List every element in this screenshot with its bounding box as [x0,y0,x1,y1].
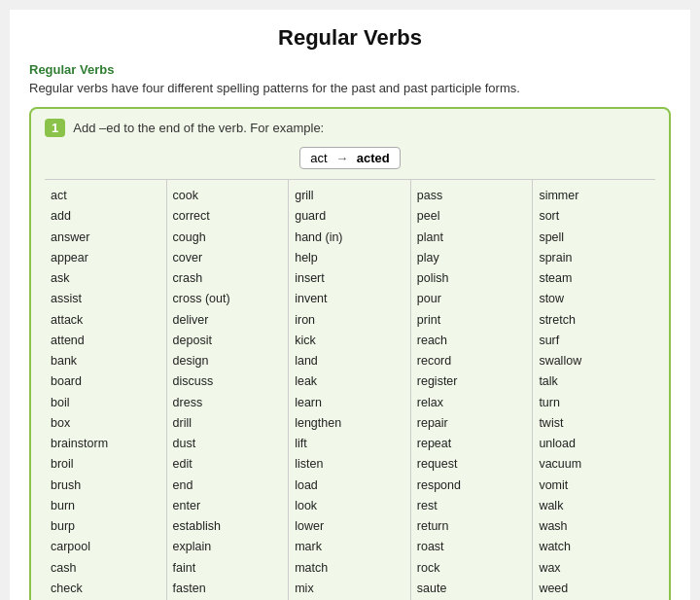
word-item: cover [173,248,283,268]
word-item: wax [539,558,649,579]
word-item: hand (in) [295,228,404,248]
word-column-1: actaddanswerappearaskassistattackattendb… [45,180,167,600]
word-item: rest [417,496,527,516]
word-item: bank [51,351,160,371]
word-column-2: cookcorrectcoughcovercrashcross (out)del… [167,180,290,600]
word-item: rock [417,558,527,579]
word-item: roast [417,537,527,557]
word-item: explain [173,537,283,557]
word-item: help [295,248,404,268]
word-item: record [417,351,527,371]
word-item: act [51,186,160,206]
arrow-icon: → [335,151,348,165]
word-item: peel [417,206,527,227]
word-item: design [173,351,283,371]
word-item: answer [51,228,160,248]
word-item: invent [295,289,404,309]
word-item: insert [295,268,404,289]
word-item: add [51,206,160,227]
word-item: relax [417,393,527,413]
word-item: sort [539,206,649,227]
rule-example: act → acted [299,147,401,169]
word-item: cash [51,558,160,579]
word-item: crash [173,268,283,289]
word-item: dress [173,393,283,413]
word-item: mix [295,579,404,599]
word-item: boil [51,393,160,413]
word-item: carpool [51,537,160,557]
word-item: request [417,454,527,475]
word-item: grill [295,186,404,206]
word-item: steam [539,268,649,289]
word-item: cross (out) [173,289,283,309]
word-item: land [295,351,404,371]
word-item: lower [295,516,404,537]
word-item: watch [539,537,649,557]
word-item: look [295,496,404,516]
word-item: pour [417,289,527,309]
word-item: board [51,371,160,392]
word-item: wash [539,516,649,537]
word-item: vacuum [539,454,649,475]
word-item: talk [539,371,649,392]
word-item: iron [295,310,404,331]
word-item: broil [51,454,160,475]
word-item: weed [539,579,649,599]
word-item: play [417,248,527,268]
word-item: print [417,310,527,331]
word-item: match [295,558,404,579]
word-item: surf [539,331,649,351]
word-item: correct [173,206,283,227]
word-column-4: passpeelplantplaypolishpourprintreachrec… [411,180,534,600]
word-item: brush [51,476,160,496]
word-item: ask [51,268,160,289]
word-item: appear [51,248,160,268]
word-item: spell [539,228,649,248]
example-before: act [310,151,327,165]
word-item: learn [295,393,404,413]
word-item: pass [417,186,527,206]
word-item: end [173,476,283,496]
word-item: cook [173,186,283,206]
word-item: repeat [417,434,527,454]
page-title: Regular Verbs [29,25,671,51]
word-item: fasten [173,579,283,599]
word-column-5: simmersortspellsprainsteamstowstretchsur… [533,180,655,600]
word-item: stretch [539,310,649,331]
word-item: drill [173,413,283,434]
word-item: stow [539,289,649,309]
word-item: establish [173,516,283,537]
word-item: attack [51,310,160,331]
word-item: burp [51,516,160,537]
word-item: discuss [173,371,283,392]
word-item: cough [173,228,283,248]
word-item: deposit [173,331,283,351]
word-item: return [417,516,527,537]
word-item: lift [295,434,404,454]
word-item: box [51,413,160,434]
word-item: plant [417,228,527,248]
word-item: repair [417,413,527,434]
word-item: unload [539,434,649,454]
word-item: listen [295,454,404,475]
rule-text: Add –ed to the end of the verb. For exam… [73,121,324,135]
word-item: guard [295,206,404,227]
word-item: twist [539,413,649,434]
word-item: deliver [173,310,283,331]
section-description: Regular verbs have four different spelli… [29,81,671,95]
word-item: sprain [539,248,649,268]
word-item: swallow [539,351,649,371]
word-item: assist [51,289,160,309]
word-item: simmer [539,186,649,206]
word-item: kick [295,331,404,351]
word-item: walk [539,496,649,516]
rule-header: 1 Add –ed to the end of the verb. For ex… [45,119,655,137]
word-item: check [51,579,160,599]
section-heading: Regular Verbs [29,62,671,77]
word-item: vomit [539,476,649,496]
word-item: turn [539,393,649,413]
word-item: enter [173,496,283,516]
word-item: edit [173,454,283,475]
word-columns: actaddanswerappearaskassistattackattendb… [45,179,655,600]
word-item: polish [417,268,527,289]
